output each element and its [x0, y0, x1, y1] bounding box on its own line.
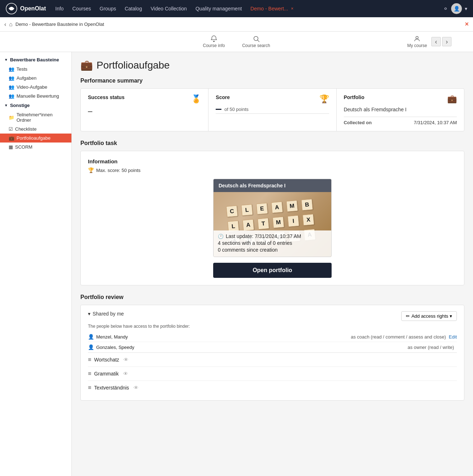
access-list-desc: The people below have access to the port…	[88, 324, 457, 329]
sidebar-item-manuelle-bewertung-label: Manuelle Bewertung	[17, 93, 59, 99]
sidebar-sonstige-section[interactable]: ▼ Sonstige	[0, 101, 71, 110]
binder-sections: 4 sections with a total of 0 entries	[218, 240, 327, 246]
portfolio-header: Portfolio 💼	[344, 94, 457, 104]
expand-icon: ▼	[4, 58, 8, 62]
visibility-icon-wortschatz: 👁	[123, 357, 128, 363]
logo-icon	[6, 3, 17, 14]
course-search-tab[interactable]: Course search	[239, 34, 273, 50]
list-icon-grammatik: ≡	[88, 370, 91, 377]
list-icon-textverstaendnis: ≡	[88, 384, 91, 391]
briefcase-title-icon: 💼	[80, 59, 93, 71]
expand-icon-sonstige: ▼	[4, 103, 8, 107]
nav-groups[interactable]: Groups	[96, 4, 120, 13]
sidebar-item-video-aufgabe[interactable]: 👥 Video-Aufgabe	[0, 83, 71, 92]
avatar[interactable]: 👤	[451, 3, 462, 14]
max-score-row: 🏆 Max. score: 50 points	[88, 167, 457, 173]
menzel-edit-link[interactable]: Edit	[449, 334, 457, 340]
group-icon: 👥	[9, 66, 14, 72]
tile-e: E	[256, 203, 268, 215]
success-status-card: Success status 🏅 –	[81, 89, 209, 131]
portfolio-review-heading: Portfolio review	[80, 294, 464, 300]
user-menu-arrow[interactable]: ▾	[465, 6, 467, 11]
binder-comments-text: 0 comments since creation	[218, 247, 278, 253]
clock-icon: 🕐	[218, 234, 224, 239]
nav-info[interactable]: Info	[52, 4, 67, 13]
home-icon[interactable]: ⌂	[9, 21, 13, 28]
wortschatz-label: Wortschatz	[94, 357, 119, 363]
search-icon[interactable]: ⚬	[443, 5, 448, 13]
add-access-rights-button[interactable]: ✏ Add access rights ▾	[401, 311, 457, 321]
course-info-tab[interactable]: Course info	[200, 34, 228, 50]
breadcrumb: Demo - Bewertbare Bausteine in OpenOlat	[15, 22, 104, 27]
binder-comments: 0 comments since creation	[218, 247, 327, 253]
svg-point-3	[416, 36, 418, 39]
binder-last-update: 🕐 Last update: 7/31/2024, 10:37 AM	[218, 233, 327, 239]
performance-summary-cards: Success status 🏅 – Score 🏆 of 50 points	[80, 88, 464, 131]
logo[interactable]: OpenOlat	[6, 3, 46, 14]
tile-l: L	[241, 204, 253, 216]
sidebar-item-checkliste[interactable]: ☑ Checkliste	[0, 125, 71, 134]
nav-quality-management[interactable]: Quality management	[192, 4, 245, 13]
textverstaendnis-label: Textverständnis	[94, 385, 129, 391]
tile-m2: M	[272, 216, 284, 228]
tile-c: C	[226, 205, 238, 217]
group-icon: 👥	[9, 93, 14, 99]
portfolio-review-section: ▾ Shared by me ✏ Add access rights ▾ The…	[80, 305, 464, 401]
toolbar-next-arrow[interactable]: ›	[442, 37, 451, 46]
portfolio-task-box: Information 🏆 Max. score: 50 points Deut…	[80, 151, 464, 285]
collected-label: Collected on	[344, 120, 372, 125]
toolbar-prev-arrow[interactable]: ‹	[431, 37, 441, 46]
access-row-gonzales: 👤 Gonzales, Speedy as owner (read / writ…	[88, 342, 457, 353]
max-score-label: Max. score: 50 points	[96, 168, 141, 173]
sidebar-item-tests[interactable]: 👥 Tests	[0, 65, 71, 74]
section-textverstaendnis[interactable]: ≡ Textverständnis 👁	[88, 381, 457, 395]
active-tab[interactable]: Demo - Bewert... ×	[247, 4, 297, 13]
nav-items: Info Courses Groups Catalog Video Collec…	[52, 4, 440, 13]
group-icon: 👥	[9, 84, 14, 90]
shared-by-me-toggle[interactable]: ▾ Shared by me	[88, 311, 124, 317]
user-icon-menzel: 👤	[88, 334, 94, 340]
check-icon: ☑	[9, 126, 13, 132]
menzel-role: as coach (read / comment / assess and cl…	[351, 334, 446, 340]
svg-point-1	[254, 36, 258, 41]
score-header: Score 🏆	[216, 94, 329, 104]
sidebar-item-scorm[interactable]: ▦ SCORM	[0, 143, 71, 151]
sidebar-item-checkliste-label: Checkliste	[15, 126, 37, 132]
sidebar-sonstige-label: Sonstige	[10, 103, 30, 108]
nav-video-collection[interactable]: Video Collection	[147, 4, 191, 13]
close-breadcrumb-button[interactable]: ×	[465, 20, 469, 28]
sidebar-top-section[interactable]: ▼ Bewertbare Bausteine	[0, 55, 71, 65]
menzel-name: Menzel, Mandy	[96, 334, 128, 340]
sidebar-item-teilnehmer[interactable]: 📁 Teilnehmer*innen Ordner	[0, 110, 71, 125]
portfolio-task-heading: Portfolio task	[80, 140, 464, 146]
access-row-name-menzel: 👤 Menzel, Mandy	[88, 334, 351, 340]
tile-a1: A	[271, 201, 283, 213]
nav-courses[interactable]: Courses	[69, 4, 94, 13]
sidebar-item-aufgaben[interactable]: 👥 Aufgaben	[0, 74, 71, 83]
sidebar-item-portfolioaufgabe[interactable]: 💼 Portfolioaufgabe	[0, 134, 71, 143]
main-layout: ▼ Bewertbare Bausteine 👥 Tests 👥 Aufgabe…	[0, 52, 473, 476]
active-tab-close[interactable]: ×	[291, 6, 294, 11]
back-button[interactable]: ‹	[4, 21, 6, 28]
my-course-tab[interactable]: My course	[404, 34, 430, 50]
score-sub: of 50 points	[224, 107, 248, 112]
tile-x: X	[303, 214, 314, 226]
sidebar-item-aufgaben-label: Aufgaben	[17, 75, 37, 81]
sidebar-item-portfolioaufgabe-label: Portfolioaufgabe	[17, 135, 51, 141]
portfolio-info-card: Portfolio 💼 Deutsch als Fremdsprache I C…	[337, 89, 464, 131]
list-icon-wortschatz: ≡	[88, 356, 91, 363]
section-grammatik[interactable]: ≡ Grammatik 👁	[88, 367, 457, 381]
portfolio-task-section: Portfolio task Information 🏆 Max. score:…	[80, 140, 464, 285]
section-wortschatz[interactable]: ≡ Wortschatz 👁	[88, 353, 457, 367]
binder-title: Deutsch als Fremdsprache I	[219, 183, 286, 188]
search-icon	[253, 35, 260, 42]
course-info-label: Course info	[203, 43, 225, 48]
sidebar-item-manuelle-bewertung[interactable]: 👥 Manuelle Bewertung	[0, 92, 71, 101]
score-dash	[216, 109, 221, 110]
pencil-icon: ✏	[406, 313, 410, 319]
briefcase-icon: 💼	[9, 135, 14, 141]
chevron-down-icon: ▾	[88, 311, 90, 317]
nav-catalog[interactable]: Catalog	[121, 4, 145, 13]
toolbar-nav-right: My course ‹ ›	[404, 34, 451, 50]
open-portfolio-button[interactable]: Open portfolio	[213, 263, 332, 278]
